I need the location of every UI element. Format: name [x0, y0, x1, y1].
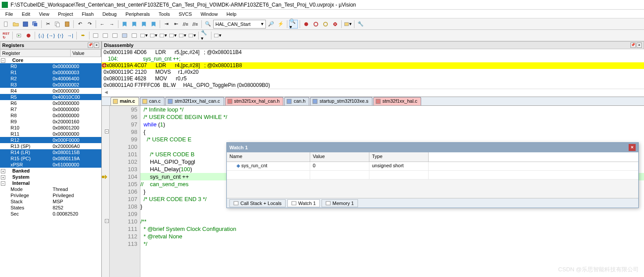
- close-icon[interactable]: ×: [629, 144, 636, 151]
- toolbox-icon[interactable]: 🔧▾: [200, 31, 209, 40]
- code-line[interactable]: /**: [140, 218, 644, 225]
- tab-stm32f1xx_hal-c[interactable]: stm32f1xx_hal.c: [373, 97, 421, 105]
- panel-pin-icon[interactable]: 📌: [88, 43, 93, 48]
- update-windows-icon[interactable]: ▾: [213, 31, 222, 40]
- memory-window-icon[interactable]: ▾: [149, 31, 158, 40]
- watch-window-icon[interactable]: ▾: [140, 31, 148, 40]
- undo-icon[interactable]: ↶: [75, 20, 84, 29]
- code-margin[interactable]: −−: [102, 106, 110, 277]
- code-line[interactable]: */: [140, 240, 644, 248]
- serial-window-icon[interactable]: ▾: [159, 31, 168, 40]
- incremental-find-icon[interactable]: ⚡: [276, 20, 285, 29]
- bp-insert-icon[interactable]: [302, 20, 311, 29]
- reg-r2[interactable]: R20x40006400: [0, 76, 101, 82]
- code-line[interactable]: /* Infinite loop */: [140, 106, 644, 113]
- bp-disable-icon[interactable]: [321, 20, 330, 29]
- save-icon[interactable]: [21, 20, 30, 29]
- reg-privilege[interactable]: PrivilegePrivileged: [0, 192, 101, 198]
- bp-enable-icon[interactable]: [311, 20, 320, 29]
- tab-stm32f1xx_hal_can-h[interactable]: stm32f1xx_hal_can.h: [225, 97, 284, 105]
- reg-states[interactable]: States8252: [0, 205, 101, 211]
- watch-tab-call-stack---locals[interactable]: Call Stack + Locals: [229, 199, 286, 207]
- menu-svcs[interactable]: SVCS: [174, 11, 196, 18]
- disasm-line[interactable]: 0x08001198 4D06 LDR r5,[pc,#24] ; @0x080…: [102, 49, 644, 56]
- configure-icon[interactable]: 🔧: [356, 20, 365, 29]
- reg-group-core[interactable]: −Core: [0, 57, 101, 63]
- menu-flash[interactable]: Flash: [78, 11, 98, 18]
- panel-close-icon[interactable]: ×: [637, 43, 642, 48]
- tab-main-c[interactable]: main.c: [111, 97, 139, 105]
- callstack-window-icon[interactable]: [130, 31, 139, 40]
- watch-enter[interactable]: [227, 171, 638, 180]
- watch-titlebar[interactable]: Watch 1 ×: [227, 143, 638, 152]
- col-value[interactable]: Value: [71, 50, 101, 57]
- nav-fwd-icon[interactable]: →: [107, 20, 116, 29]
- redo-icon[interactable]: ↷: [85, 20, 94, 29]
- debug-icon[interactable]: 🔍▾: [289, 20, 298, 29]
- reg-r8[interactable]: R80x00000000: [0, 112, 101, 119]
- bookmark-clear-icon[interactable]: [149, 20, 158, 29]
- watch-tab-memory-1[interactable]: Memory 1: [322, 199, 358, 207]
- bookmark-icon[interactable]: [120, 20, 129, 29]
- find-in-files-icon[interactable]: 🔎: [267, 20, 275, 29]
- find-combo[interactable]: HAL_CAN_Start▾: [213, 20, 266, 29]
- reg-group-banked[interactable]: +Banked: [0, 168, 101, 174]
- outdent-icon[interactable]: ⇤: [172, 20, 180, 29]
- cut-icon[interactable]: ✂: [43, 20, 52, 29]
- col-name[interactable]: Name: [227, 152, 310, 162]
- menu-tools[interactable]: Tools: [154, 11, 175, 18]
- run-icon[interactable]: [14, 31, 23, 40]
- menu-window[interactable]: Window: [196, 11, 222, 18]
- menu-file[interactable]: File: [1, 11, 18, 18]
- reg-r1[interactable]: R10x00000003: [0, 69, 101, 76]
- watch-window[interactable]: Watch 1 × Name Value Type ◆ sys_run_cnt0…: [226, 142, 639, 208]
- save-all-icon[interactable]: [31, 20, 39, 29]
- menu-debug[interactable]: Debug: [98, 11, 121, 18]
- tab-can-h[interactable]: can.h: [284, 97, 309, 105]
- registers-window-icon[interactable]: [120, 31, 129, 40]
- menu-project[interactable]: Project: [54, 11, 77, 18]
- code-line[interactable]: * @brief System Clock Configuration: [140, 225, 644, 233]
- copy-icon[interactable]: [53, 20, 62, 29]
- menu-edit[interactable]: Edit: [18, 11, 35, 18]
- reg-r11[interactable]: R110x00000000: [0, 131, 101, 137]
- col-register[interactable]: Register: [0, 50, 71, 57]
- step-over-icon[interactable]: {→}: [47, 31, 55, 40]
- paste-icon[interactable]: [63, 20, 72, 29]
- col-value[interactable]: Value: [310, 152, 369, 162]
- disasm-line[interactable]: 0x0800119C 2120 MOVS r1,#0x20: [102, 69, 644, 76]
- reset-icon[interactable]: RST↻: [2, 31, 11, 40]
- window-layout-icon[interactable]: ▾: [343, 20, 352, 29]
- reg-xpsr[interactable]: xPSR0x61000000: [0, 162, 101, 168]
- reg-r6[interactable]: R60x00000000: [0, 100, 101, 106]
- reg-group-internal[interactable]: −Internal: [0, 180, 101, 186]
- find-icon[interactable]: 🔍: [204, 20, 212, 29]
- open-icon[interactable]: [11, 20, 20, 29]
- bookmark-next-icon[interactable]: [140, 20, 148, 29]
- disasm-line[interactable]: 0x0800119A 4C07 LDR r4,[pc,#28] ; @0x080…: [102, 62, 644, 69]
- stop-icon[interactable]: [24, 31, 33, 40]
- panel-close-icon[interactable]: ×: [94, 43, 99, 48]
- indent-icon[interactable]: ⇥: [162, 20, 171, 29]
- tab-stm32f1xx_hal_can-c[interactable]: stm32f1xx_hal_can.c: [165, 97, 224, 105]
- symbols-window-icon[interactable]: [111, 31, 119, 40]
- reg-r9[interactable]: R90x20000160: [0, 119, 101, 125]
- step-out-icon[interactable]: {↑}: [56, 31, 65, 40]
- code-line[interactable]: while (1): [140, 121, 644, 128]
- disasm-line[interactable]: 104: sys_run_cnt ++;: [102, 56, 644, 62]
- analysis-window-icon[interactable]: ▾: [168, 31, 177, 40]
- show-next-icon[interactable]: ➨: [79, 31, 87, 40]
- command-window-icon[interactable]: [91, 31, 100, 40]
- new-file-icon[interactable]: [2, 20, 11, 29]
- reg-r0[interactable]: R00x00000000: [0, 63, 101, 69]
- reg-r4[interactable]: R40x00000000: [0, 88, 101, 94]
- code-line[interactable]: {: [140, 128, 644, 136]
- reg-r10[interactable]: R100x08001200: [0, 125, 101, 131]
- disasm-line[interactable]: 0x0800119E 4628 MOV r0,r5: [102, 76, 644, 82]
- menu-peripherals[interactable]: Peripherals: [121, 11, 154, 18]
- code-line[interactable]: /* USER CODE BEGIN WHILE */: [140, 113, 644, 121]
- tab-can-c[interactable]: can.c: [140, 97, 165, 105]
- reg-stack[interactable]: StackMSP: [0, 198, 101, 205]
- nav-back-icon[interactable]: ←: [98, 20, 107, 29]
- reg-r14lr[interactable]: R14 (LR)0x0800115B: [0, 149, 101, 155]
